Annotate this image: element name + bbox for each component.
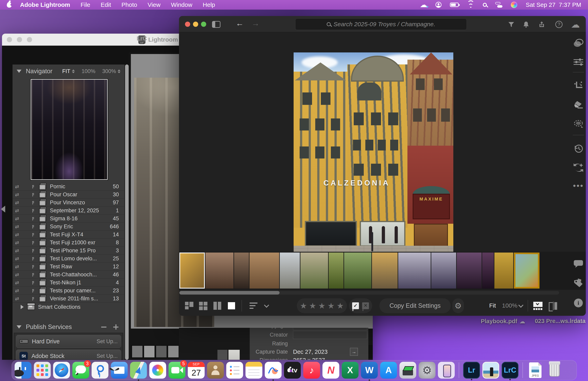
dock-photos[interactable] xyxy=(149,362,166,379)
fit-button[interactable]: Fit xyxy=(489,302,496,309)
flag-controls[interactable] xyxy=(349,298,372,313)
dock-notes[interactable] xyxy=(246,362,262,379)
filmstrip-thumbnail[interactable] xyxy=(482,252,494,288)
notifications-bell-icon[interactable] xyxy=(522,20,530,28)
collection-row[interactable]: ⇄Test Fuji z1000 exr8 xyxy=(13,239,125,247)
star-icon[interactable]: ★ xyxy=(337,301,344,310)
search-input[interactable]: Search 2025-09 Troyes / Champagne. xyxy=(295,19,467,30)
collection-row[interactable]: ⇄Test iPhone 15 Pro3 xyxy=(13,247,125,255)
edit-sliders-icon[interactable] xyxy=(571,56,586,68)
smart-collections-row[interactable]: Smart Collections xyxy=(13,303,125,311)
filmstrip-thumbnail[interactable] xyxy=(431,252,456,288)
menu-clock[interactable]: Sat Sep 27 7:37 PM xyxy=(526,1,581,8)
help-icon[interactable]: ? xyxy=(555,20,563,28)
set-up-link[interactable]: Set Up... xyxy=(97,338,118,344)
desktop-file-playbook[interactable]: Playbook.pdf☁ xyxy=(473,318,533,325)
collection-row[interactable]: ⇄Test Raw12 xyxy=(13,263,125,271)
navigator-header[interactable]: Navigator FIT 100% 300% xyxy=(13,65,125,78)
battery-icon[interactable] xyxy=(450,3,459,7)
lr-minimize-button[interactable] xyxy=(193,22,198,27)
sort-icon[interactable] xyxy=(250,303,258,309)
dock-freeform[interactable] xyxy=(265,362,282,379)
copy-edit-settings-button[interactable]: Copy Edit Settings xyxy=(379,298,451,313)
filmstrip-thumbnail-selected[interactable] xyxy=(179,252,205,288)
dock-jpeg-file[interactable]: JPEG xyxy=(527,362,544,379)
publish-service-hard-drive[interactable]: Hard Drive Set Up... xyxy=(16,335,121,348)
navigator-preview-image[interactable] xyxy=(31,79,108,180)
collection-row[interactable]: ⇄Sony Eric646 xyxy=(13,223,125,231)
dock-apple-tv[interactable]: tv xyxy=(284,362,301,379)
capture-date-go-button[interactable]: → xyxy=(350,348,358,356)
star-icon[interactable]: ★ xyxy=(300,301,307,310)
sort-chevron-icon[interactable] xyxy=(264,303,269,307)
dock-reminders[interactable] xyxy=(226,362,243,379)
filmstrip-thumbnail[interactable] xyxy=(280,252,300,288)
dock-word[interactable]: W xyxy=(361,362,378,379)
dock-mail[interactable] xyxy=(111,362,128,379)
presets-icon[interactable] xyxy=(571,37,586,49)
zoom-level[interactable]: 100% xyxy=(502,302,517,309)
menu-help[interactable]: Help xyxy=(203,1,215,8)
dock-lightroom[interactable]: Lr xyxy=(463,362,480,379)
masking-icon[interactable] xyxy=(571,118,586,130)
dock-excel[interactable]: X xyxy=(342,362,358,379)
lrc-panel-scrollbar[interactable] xyxy=(125,64,129,360)
collection-row[interactable]: ⇄Test Lomo develo...25 xyxy=(13,255,125,263)
dock-system-settings[interactable]: ⚙ xyxy=(419,362,436,379)
panel-collapse-arrow[interactable] xyxy=(1,206,5,212)
star-icon[interactable]: ★ xyxy=(327,301,335,310)
sidebar-toggle-icon[interactable] xyxy=(212,21,220,28)
collection-row[interactable]: ⇄September 12, 20251 xyxy=(13,207,125,215)
crop-icon[interactable] xyxy=(571,80,586,92)
dock-calendar[interactable]: SEP27 xyxy=(188,362,205,379)
zoom-chevron-icon[interactable] xyxy=(518,303,523,307)
zoom-stepper-icon[interactable] xyxy=(118,69,121,73)
healing-eraser-icon[interactable] xyxy=(571,99,586,111)
filmstrip-thumbnail[interactable] xyxy=(300,252,328,288)
menu-app-name[interactable]: Adobe Lightroom xyxy=(20,1,70,8)
fit-stepper-icon[interactable] xyxy=(72,69,75,73)
filmstrip-thumbnail-painting[interactable] xyxy=(514,252,540,288)
cloud-sync-icon[interactable]: ☁ xyxy=(571,20,579,28)
dock-launchpad[interactable] xyxy=(34,362,51,379)
desktop-file-lrdata[interactable]: 023 Pre...ws.lrdata xyxy=(531,318,588,324)
add-service-button[interactable] xyxy=(113,324,118,330)
lrc-filmstrip-thumbnail[interactable] xyxy=(132,346,143,357)
account-icon[interactable] xyxy=(436,2,441,8)
collapse-triangle-icon[interactable] xyxy=(17,325,21,329)
dock-photo-app[interactable] xyxy=(483,362,499,379)
filmstrip-thumbnail[interactable] xyxy=(234,252,249,288)
view-detail-icon[interactable] xyxy=(227,301,236,310)
expand-triangle-icon[interactable] xyxy=(21,305,24,309)
navigator-zoom-300[interactable]: 300% xyxy=(102,68,116,75)
star-rating-control[interactable]: ★★★★★ xyxy=(297,298,347,313)
copyright-field[interactable] xyxy=(293,328,367,330)
collection-row[interactable]: ⇄Tests pour camer...23 xyxy=(13,287,125,295)
dock-news[interactable]: N xyxy=(322,362,339,379)
collapse-triangle-icon[interactable] xyxy=(17,70,21,73)
navigator-fit-button[interactable]: FIT xyxy=(62,68,70,75)
collection-row[interactable]: ⇄Pornic50 xyxy=(13,183,125,191)
creator-field[interactable] xyxy=(293,331,367,339)
forward-arrow-icon[interactable]: → xyxy=(252,19,259,28)
main-photo[interactable]: CALZEDONIA MAXIME xyxy=(294,52,453,264)
dock-music[interactable]: ♪ xyxy=(303,362,320,379)
dock-safari[interactable] xyxy=(53,362,70,379)
publish-services-header[interactable]: Publish Services xyxy=(13,321,125,333)
lrc-filmstrip-thumbnail[interactable] xyxy=(168,346,179,357)
filmstrip-thumbnail[interactable] xyxy=(250,252,279,288)
version-history-icon[interactable] xyxy=(571,143,586,155)
filmstrip-toggle-icon[interactable] xyxy=(533,302,543,310)
lrc-filmstrip-thumbnail[interactable] xyxy=(144,346,154,357)
filmstrip-thumbnail[interactable] xyxy=(205,252,233,288)
view-compare-icon[interactable] xyxy=(213,301,222,310)
flag-reject-button[interactable] xyxy=(362,302,369,309)
spotlight-icon[interactable] xyxy=(483,3,487,7)
lrc-filmstrip-thumbnail[interactable] xyxy=(229,350,240,360)
back-arrow-icon[interactable]: ← xyxy=(236,19,244,28)
filmstrip-scrollbar[interactable] xyxy=(179,291,559,295)
star-icon[interactable]: ★ xyxy=(318,301,325,310)
dock-app-store[interactable]: A xyxy=(380,362,397,379)
view-masonry-icon[interactable] xyxy=(185,301,194,310)
collection-row[interactable]: ⇄Pour Vincenzo97 xyxy=(13,199,125,207)
